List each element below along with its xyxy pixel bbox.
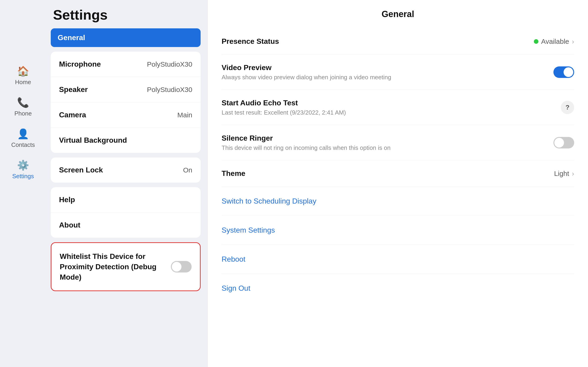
whitelist-toggle[interactable] [171,261,192,273]
sidebar-label-phone: Phone [14,110,32,117]
silence-ringer-row: Silence Ringer This device will not ring… [222,125,574,160]
camera-row[interactable]: Camera Main [51,102,201,128]
microphone-label: Microphone [59,60,101,68]
video-preview-subtitle: Always show video preview dialog when jo… [222,74,391,81]
whitelist-toggle-knob [172,262,181,272]
video-preview-toggle-knob [563,67,573,77]
sidebar-label-settings: Settings [12,173,34,180]
speaker-value: PolyStudioX30 [147,86,192,94]
audio-echo-question-button[interactable]: ? [561,101,574,114]
camera-label: Camera [59,111,86,119]
sign-out-link[interactable]: Sign Out [222,284,250,292]
virtual-background-label: Virtual Background [59,136,127,144]
presence-status-right: Available › [534,38,574,45]
home-icon: 🏠 [17,66,29,77]
about-label: About [59,221,80,229]
system-settings-link[interactable]: System Settings [222,226,275,234]
silence-ringer-toggle[interactable] [554,137,574,149]
audio-echo-left: Start Audio Echo Test Last test result: … [222,99,346,116]
sidebar-item-settings[interactable]: ⚙️ Settings [0,155,46,184]
presence-dot [534,39,538,44]
presence-status-row[interactable]: Presence Status Available › [222,28,574,55]
silence-ringer-title: Silence Ringer [222,134,391,142]
presence-status-left: Presence Status [222,37,279,46]
settings-title: Settings [51,7,201,23]
device-settings-card: Microphone PolyStudioX30 Speaker PolyStu… [51,52,201,153]
sidebar-item-contacts[interactable]: 👤 Contacts [0,124,46,153]
theme-title: Theme [222,169,245,178]
theme-chevron: › [572,170,574,177]
camera-value: Main [177,111,192,119]
screen-lock-label: Screen Lock [59,166,103,174]
video-preview-right [554,67,574,78]
help-row[interactable]: Help [51,187,201,213]
detail-title: General [222,9,574,19]
phone-icon: 📞 [17,97,29,108]
sign-out-row[interactable]: Sign Out [222,274,574,303]
video-preview-title: Video Preview [222,63,391,72]
silence-ringer-subtitle: This device will not ring on incoming ca… [222,144,391,151]
silence-ringer-right [554,137,574,149]
whitelist-label: Whitelist This Device for Proximity Dete… [60,251,170,282]
reboot-link[interactable]: Reboot [222,255,245,263]
reboot-row[interactable]: Reboot [222,245,574,274]
presence-value: Available [541,38,569,45]
virtual-background-row[interactable]: Virtual Background [51,128,201,153]
silence-ringer-left: Silence Ringer This device will not ring… [222,134,391,151]
theme-value: Light [554,170,569,177]
video-preview-left: Video Preview Always show video preview … [222,63,391,81]
screen-lock-value: On [183,166,192,174]
speaker-row[interactable]: Speaker PolyStudioX30 [51,77,201,102]
sidebar: 🏠 Home 📞 Phone 👤 Contacts ⚙️ Settings [0,0,46,367]
silence-ringer-toggle-knob [554,138,564,148]
theme-left: Theme [222,169,245,178]
audio-echo-right: ? [561,101,574,114]
main-content: Settings General Microphone PolyStudioX3… [46,0,588,367]
audio-echo-subtitle: Last test result: Excellent (9/23/2022, … [222,109,346,116]
settings-panel: Settings General Microphone PolyStudioX3… [46,0,208,367]
speaker-label: Speaker [59,85,88,94]
system-settings-row[interactable]: System Settings [222,216,574,245]
microphone-row[interactable]: Microphone PolyStudioX30 [51,52,201,77]
microphone-value: PolyStudioX30 [147,60,192,68]
video-preview-toggle[interactable] [554,67,574,78]
scheduling-display-link[interactable]: Switch to Scheduling Display [222,197,316,205]
help-label: Help [59,195,75,204]
whitelist-card: Whitelist This Device for Proximity Dete… [51,242,201,291]
about-row[interactable]: About [51,213,201,238]
general-tab[interactable]: General [51,28,201,47]
theme-right: Light › [554,170,574,177]
presence-chevron: › [572,38,574,45]
sidebar-label-contacts: Contacts [11,141,35,149]
contacts-icon: 👤 [17,128,29,140]
audio-echo-row: Start Audio Echo Test Last test result: … [222,90,574,125]
help-about-card: Help About [51,187,201,238]
theme-row[interactable]: Theme Light › [222,160,574,187]
detail-panel: General Presence Status Available › Vide… [208,0,588,367]
presence-status-title: Presence Status [222,37,279,46]
sidebar-label-home: Home [15,79,31,86]
audio-echo-title: Start Audio Echo Test [222,99,346,107]
settings-icon: ⚙️ [17,159,29,171]
sidebar-item-home[interactable]: 🏠 Home [0,61,46,90]
screen-lock-row[interactable]: Screen Lock On [51,158,201,183]
sidebar-item-phone[interactable]: 📞 Phone [0,92,46,122]
screen-lock-card: Screen Lock On [51,158,201,183]
video-preview-row: Video Preview Always show video preview … [222,55,574,90]
scheduling-display-row[interactable]: Switch to Scheduling Display [222,187,574,216]
